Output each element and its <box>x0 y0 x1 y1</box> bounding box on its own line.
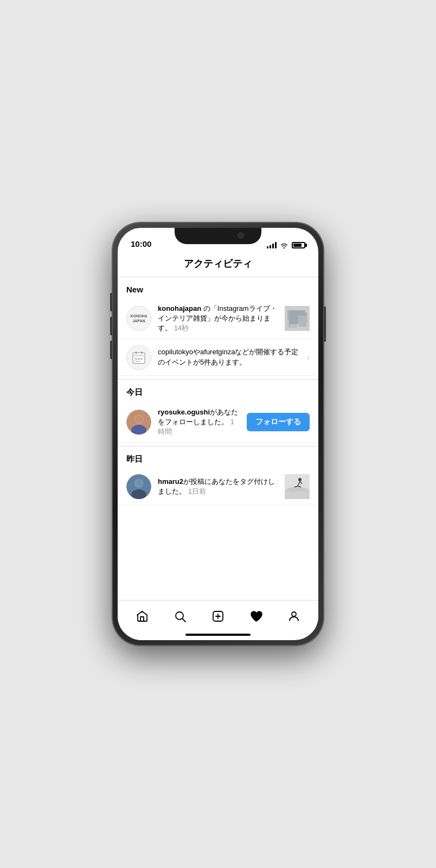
svg-point-25 <box>298 478 302 481</box>
svg-rect-4 <box>287 322 297 328</box>
avatar-ryosuke <box>126 410 151 435</box>
wifi-icon <box>280 242 288 248</box>
phone-notch <box>175 228 261 244</box>
svg-rect-9 <box>135 358 137 360</box>
front-camera <box>238 232 244 239</box>
svg-point-17 <box>135 416 143 423</box>
person-icon <box>287 610 300 623</box>
activity-item-ryosuke[interactable]: ryosuke.ogushiがあなたをフォローしました。 1時間 フォローする <box>118 402 318 443</box>
page-title: アクティビティ <box>129 257 307 270</box>
section-label-new: New <box>118 277 318 298</box>
activity-time-konoha: 14秒 <box>174 324 189 332</box>
activity-time-hmaru2: 1日前 <box>188 487 206 495</box>
svg-rect-13 <box>138 361 140 362</box>
signal-icon <box>267 242 277 248</box>
events-description: copilutokyoやafuretginzaなどが開催する予定のイベントが5件… <box>158 348 298 366</box>
search-icon <box>174 610 187 623</box>
activity-text-events: copilutokyoやafuretginzaなどが開催する予定のイベントが5件… <box>158 347 300 367</box>
home-icon <box>136 610 149 623</box>
svg-rect-7 <box>136 352 137 354</box>
nav-home[interactable] <box>130 604 154 628</box>
activity-text-hmaru2: hmaru2が投稿にあなたをタグ付けしました。 1日前 <box>158 477 278 496</box>
username-hmaru2: hmaru2 <box>158 477 183 486</box>
battery-icon <box>292 242 305 248</box>
activity-text-ryosuke: ryosuke.ogushiがあなたをフォローしました。 1時間 <box>158 407 240 437</box>
section-label-yesterday: 昨日 <box>118 446 318 469</box>
svg-point-24 <box>286 487 308 492</box>
svg-rect-8 <box>141 352 142 354</box>
thumbnail-interior <box>285 306 310 331</box>
add-icon <box>211 610 225 623</box>
nav-search[interactable] <box>168 604 192 628</box>
status-time: 10:00 <box>131 239 151 248</box>
app-header: アクティビティ <box>118 252 318 277</box>
svg-line-32 <box>183 618 186 622</box>
phone-screen: 10:00 アクティビティ <box>118 228 318 640</box>
screen-content: アクティビティ New KONOHAJAPAN konohajapan の「In… <box>118 252 318 631</box>
svg-rect-1 <box>287 310 299 320</box>
thumbnail-surf <box>285 474 310 499</box>
heart-icon <box>249 610 262 623</box>
section-label-today: 今日 <box>118 380 318 402</box>
username-ryosuke: ryosuke.ogushi <box>158 408 210 416</box>
nav-add[interactable] <box>206 604 230 628</box>
svg-rect-30 <box>140 617 144 621</box>
follow-button[interactable]: フォローする <box>247 413 310 431</box>
avatar-konoha: KONOHAJAPAN <box>126 306 151 331</box>
svg-rect-11 <box>140 358 143 360</box>
nav-activity[interactable] <box>244 604 268 628</box>
svg-rect-6 <box>133 355 145 356</box>
avatar-hmaru2 <box>126 474 151 499</box>
svg-rect-12 <box>135 361 137 362</box>
activity-text-konoha: konohajapan の「Instagramライブ・インテリア雑貨」が今から始… <box>158 304 278 334</box>
svg-rect-2 <box>300 312 307 323</box>
svg-point-36 <box>292 612 296 616</box>
activity-item-events[interactable]: copilutokyoやafuretginzaなどが開催する予定のイベントが5件… <box>118 340 318 376</box>
activity-item-hmaru2[interactable]: hmaru2が投稿にあなたをタグ付けしました。 1日前 <box>118 469 318 505</box>
bottom-navigation <box>118 600 318 631</box>
activity-feed[interactable]: New KONOHAJAPAN konohajapan の「Instagramラ… <box>118 277 318 600</box>
svg-point-3 <box>300 319 306 326</box>
svg-rect-10 <box>138 358 140 360</box>
activity-item-konoha[interactable]: KONOHAJAPAN konohajapan の「Instagramライブ・イ… <box>118 298 318 340</box>
username-konoha: konohajapan <box>158 304 201 312</box>
chevron-right-icon: › <box>307 353 310 362</box>
phone-frame: 10:00 アクティビティ <box>112 222 324 646</box>
home-indicator <box>185 634 251 636</box>
avatar-calendar <box>126 345 151 370</box>
nav-profile[interactable] <box>282 604 306 628</box>
status-icons <box>267 242 305 248</box>
svg-point-21 <box>135 480 143 487</box>
